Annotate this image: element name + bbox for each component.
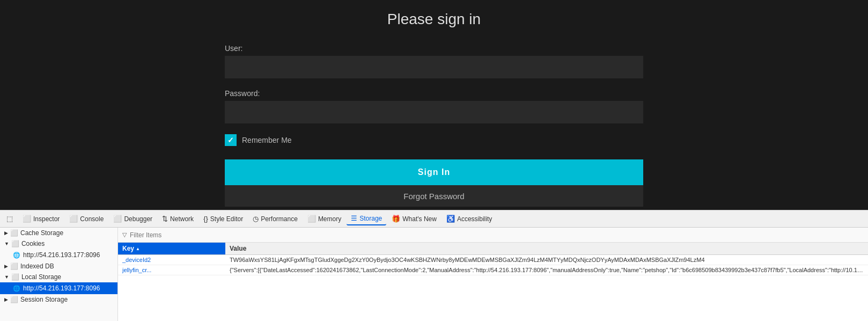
- tab-debugger-label: Debugger: [124, 215, 152, 223]
- sidebar-item-local-storage[interactable]: ▼ ⬜ Local Storage: [0, 272, 117, 282]
- table-row[interactable]: _deviceId2 TW96aWxsYS81LjAgKFgxMTsgTGlud…: [118, 255, 868, 265]
- tab-console[interactable]: ⬜ Console: [65, 213, 108, 225]
- tab-inspector[interactable]: ⬜ Inspector: [18, 213, 64, 225]
- main-content: Please sign in User: Password: Remember …: [0, 0, 868, 210]
- row2-value: {"Servers":[{"DateLastAccessed":16202416…: [225, 265, 868, 275]
- sidebar-local-storage-url[interactable]: 🌐 http://54.216.193.177:8096: [0, 282, 117, 294]
- cache-storage-arrow: ▶: [4, 230, 8, 236]
- cookies-url-label: http://54.216.193.177:8096: [23, 251, 100, 259]
- remember-me-checkbox[interactable]: [225, 134, 237, 146]
- local-storage-arrow: ▼: [4, 274, 9, 280]
- tab-network-label: Network: [170, 215, 194, 223]
- devtools-sidebar: ▶ ⬜ Cache Storage ▼ ⬜ Cookies 🌐 http://5…: [0, 228, 118, 321]
- user-input[interactable]: [225, 56, 643, 78]
- picker-icon: ⬚: [6, 215, 13, 223]
- whats-new-icon: 🎁: [392, 215, 400, 223]
- column-header-key: Key ▲: [118, 243, 225, 254]
- storage-icon: ☰: [351, 214, 357, 222]
- tab-memory[interactable]: ⬜ Memory: [303, 213, 345, 225]
- devtools-storage-main: ▽ Key ▲ Value _deviceId2 TW96aWxsYS81LjA…: [118, 228, 868, 321]
- sign-in-button[interactable]: Sign In: [225, 159, 643, 185]
- password-form-group: Password:: [225, 89, 643, 123]
- tab-whats-new-label: What's New: [402, 215, 437, 223]
- user-form-group: User:: [225, 44, 643, 78]
- tab-debugger[interactable]: ⬜ Debugger: [109, 213, 157, 225]
- filter-bar: ▽: [118, 228, 868, 243]
- indexed-db-arrow: ▶: [4, 264, 8, 269]
- tab-memory-label: Memory: [318, 215, 341, 223]
- session-storage-label: Session Storage: [20, 296, 68, 303]
- cache-storage-icon: ⬜: [10, 229, 18, 237]
- sidebar-cookies-url[interactable]: 🌐 http://54.216.193.177:8096: [0, 249, 117, 261]
- row2-key: jellyfin_cr...: [118, 265, 225, 275]
- indexed-db-icon: ⬜: [10, 262, 18, 270]
- row1-value: TW96aWxsYS81LjAgKFgxMTsgTGludXggeDg2XzY0…: [225, 255, 868, 265]
- tab-whats-new[interactable]: 🎁 What's New: [387, 213, 441, 225]
- password-input[interactable]: [225, 101, 643, 123]
- session-storage-icon: ⬜: [10, 296, 18, 303]
- tab-accessibility-label: Accessibility: [457, 215, 492, 223]
- console-icon: ⬜: [69, 215, 78, 223]
- local-storage-icon: ⬜: [11, 273, 19, 281]
- indexed-db-label: Indexed DB: [20, 262, 54, 270]
- network-icon: ⇅: [162, 215, 168, 223]
- remember-me-label: Remember Me: [242, 136, 292, 144]
- cookies-icon: ⬜: [11, 240, 19, 247]
- sidebar-item-session-storage[interactable]: ▶ ⬜ Session Storage: [0, 294, 117, 305]
- row1-key: _deviceId2: [118, 255, 225, 265]
- form-container: User: Password: Remember Me Sign In: [225, 44, 643, 185]
- accessibility-icon: ♿: [446, 215, 455, 223]
- memory-icon: ⬜: [307, 215, 316, 223]
- user-label: User:: [225, 44, 643, 53]
- tab-inspector-label: Inspector: [33, 215, 60, 223]
- tab-performance-label: Performance: [261, 215, 298, 223]
- tab-style-editor-label: Style Editor: [210, 215, 243, 223]
- filter-input[interactable]: [130, 231, 864, 239]
- sidebar-item-indexed-db[interactable]: ▶ ⬜ Indexed DB: [0, 261, 117, 272]
- local-storage-label: Local Storage: [21, 273, 61, 281]
- local-storage-url-icon: 🌐: [13, 285, 20, 292]
- cache-storage-label: Cache Storage: [20, 229, 63, 237]
- tab-network[interactable]: ⇅ Network: [158, 213, 198, 225]
- local-storage-url-label: http://54.216.193.177:8096: [23, 284, 100, 292]
- sidebar-item-cache-storage[interactable]: ▶ ⬜ Cache Storage: [0, 228, 117, 238]
- table-row[interactable]: jellyfin_cr... {"Servers":[{"DateLastAcc…: [118, 265, 868, 275]
- tab-style-editor[interactable]: {} Style Editor: [199, 213, 247, 225]
- table-header: Key ▲ Value: [118, 243, 868, 255]
- devtools-panel: ▶ ⬜ Cache Storage ▼ ⬜ Cookies 🌐 http://5…: [0, 227, 868, 321]
- password-label: Password:: [225, 89, 643, 98]
- page-title: Please sign in: [387, 11, 481, 28]
- debugger-icon: ⬜: [113, 215, 122, 223]
- tab-performance[interactable]: ◷ Performance: [248, 213, 302, 225]
- cookies-url-icon: 🌐: [13, 252, 20, 259]
- tab-storage[interactable]: ☰ Storage: [347, 212, 386, 225]
- forgot-password-text: Forgot Password: [403, 192, 464, 201]
- cookies-label: Cookies: [21, 240, 45, 247]
- filter-icon: ▽: [122, 231, 127, 238]
- style-editor-icon: {}: [203, 215, 208, 223]
- sort-arrow-icon: ▲: [136, 246, 140, 251]
- devtools-toolbar: ⬚ ⬜ Inspector ⬜ Console ⬜ Debugger ⇅ Net…: [0, 210, 868, 227]
- cookies-arrow: ▼: [4, 241, 9, 246]
- column-header-value: Value: [225, 243, 251, 254]
- devtools-picker[interactable]: ⬚: [2, 213, 17, 225]
- tab-console-label: Console: [80, 215, 104, 223]
- performance-icon: ◷: [253, 215, 259, 223]
- tab-accessibility[interactable]: ♿ Accessibility: [442, 213, 496, 225]
- session-storage-arrow: ▶: [4, 297, 8, 302]
- inspector-icon: ⬜: [23, 215, 31, 223]
- tab-storage-label: Storage: [359, 215, 382, 222]
- remember-me-row: Remember Me: [225, 134, 643, 146]
- sidebar-item-cookies[interactable]: ▼ ⬜ Cookies: [0, 238, 117, 249]
